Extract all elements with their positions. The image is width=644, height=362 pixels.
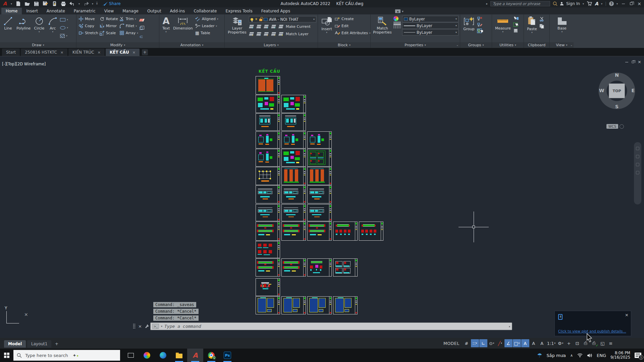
leader-button[interactable]: Leader▾ [195,23,218,29]
drawing-sheet-beams[interactable] [256,222,280,241]
drawing-sheet-table[interactable] [256,296,280,314]
status-toggle-crosshair-toggle[interactable]: + [565,339,573,347]
open-from-mobile-icon[interactable] [51,1,57,6]
viewport-controls[interactable]: [-][Top][2D Wireframe] [2,62,46,66]
drawing-sheet-mixed[interactable] [256,95,280,113]
copy-button[interactable]: Copy [78,23,98,29]
block-create-button[interactable]: Create [335,16,371,22]
drawing-sheet-beams[interactable] [256,258,280,277]
help-caret-icon[interactable]: ▾ [616,2,618,5]
ribbon-tab-annotate[interactable]: Annotate [42,8,69,14]
drawing-sheet-redcluster[interactable] [256,241,280,258]
panel-label-draw[interactable]: Draw▾ [0,42,76,48]
autodesk-caret-icon[interactable]: ▾ [601,2,602,5]
scale-button[interactable]: Scale [100,30,118,36]
ellipse-button[interactable]: ▾ [60,24,68,31]
viewport-minimize-icon[interactable] [625,62,628,62]
navigation-bar[interactable] [634,142,641,204]
taskbar-app-file-explorer[interactable] [171,349,187,362]
line-button[interactable]: Line [2,16,14,42]
help-search-input[interactable]: Type a keyword or phrase [490,1,550,6]
ribbon-tab-manage[interactable]: Manage [118,8,143,14]
ribbon-display-toggle[interactable]: ▲▾ [395,9,404,14]
hidden-icons-chevron[interactable]: ∧ [570,353,573,358]
edit-attributes-button[interactable]: Edit Attributes▾ [335,30,371,36]
drawing-sheet-plan2[interactable] [256,204,280,221]
layer-lock-icon[interactable] [271,25,276,28]
save-icon[interactable] [33,1,39,6]
model-space-button[interactable]: MODEL [443,341,460,346]
status-toggle-annotation-scale-flyout[interactable]: A [538,339,546,347]
drawing-sheet-detail[interactable] [256,149,280,167]
table-button[interactable]: ▦ Table [195,30,218,36]
drawing-sheet-plan2[interactable] [281,204,306,221]
trim-button[interactable]: Trim▾ [119,16,138,22]
restore-button[interactable] [629,1,634,6]
taskbar-app-copilot[interactable] [139,349,155,362]
drawing-sheet-grid4[interactable] [333,258,358,277]
ribbon-tab-add-ins[interactable]: Add-ins [166,8,190,14]
drawing-sheet-detail[interactable] [256,131,280,148]
action-center-icon[interactable]: 1 [635,353,641,358]
ribbon-tab-view[interactable]: View [100,8,118,14]
status-toggle-snap-mode[interactable]: ∷▾ [471,339,479,347]
redo-icon[interactable] [83,1,89,6]
autocad-app-menu-icon[interactable]: A [2,1,8,7]
plot-details-link[interactable]: Click to view plot and publish details..… [558,329,626,333]
base-button[interactable]: Base ▾ [555,16,569,42]
drawing-sheet-mixed[interactable] [281,149,306,167]
drawing-sheet-frame[interactable] [256,167,280,185]
taskbar-search-input[interactable]: Type here to search ✦✦ [13,350,120,361]
drawing-sheet-plan2[interactable] [281,185,306,203]
drawing-sheet-detail[interactable] [281,131,306,148]
signin-caret-icon[interactable]: ▾ [583,2,584,5]
paste-button[interactable]: Paste ▾ [526,16,538,42]
file-tab-k-t-c-u[interactable]: KẾT CẤU× [106,49,140,56]
clock[interactable]: 8:06 PM 9/16/2025 [610,351,630,360]
drawing-sheet-plan2[interactable] [307,185,332,203]
viewport-close-icon[interactable]: × [638,60,641,64]
stretch-button[interactable]: Stretch [78,30,98,36]
group-select-icon[interactable] [477,28,483,33]
new-drawing-tab-button[interactable]: + [142,49,148,55]
drawing-sheet-plan2[interactable] [307,204,332,221]
linetype-combo[interactable]: ByLayer▾ [402,29,459,36]
drawing-sheet-toc[interactable] [256,76,280,95]
panel-label-layers[interactable]: Layers▾ [225,42,318,48]
array-button[interactable]: Array▾ [119,30,138,36]
drawing-sheet-plan[interactable] [256,113,280,131]
file-tab-250816-hstktc[interactable]: 250816 HSTKTC× [21,49,67,56]
insert-button[interactable]: Insert ▾ [320,16,333,42]
app-menu-caret-icon[interactable]: ▾ [11,2,12,5]
taskbar-app-autocad[interactable]: A [187,349,203,362]
drawing-sheet-plan[interactable] [281,113,306,131]
close-tab-icon[interactable]: × [98,50,101,55]
drawing-sheet-bigcol[interactable] [281,167,306,185]
panel-label-view[interactable]: View▾⌄ [550,42,574,48]
layer-off-icon[interactable] [249,25,254,28]
viewcube-south[interactable]: S [615,104,619,109]
status-toggle-grid-display[interactable]: # [463,339,471,347]
text-button[interactable]: A Text ▾ [161,16,171,42]
dimension-button[interactable]: Dimension [172,16,194,42]
ribbon-tab-home[interactable]: Home [1,8,22,14]
match-layer-icon[interactable] [278,32,283,36]
panel-label-annotation[interactable]: Annotation▾ [159,42,224,48]
viewcube-west[interactable]: W [599,88,604,93]
redo-caret-icon[interactable]: ▾ [92,2,93,5]
autodesk-a-icon[interactable]: A [595,1,598,6]
status-toggle-workspace-switching[interactable]: ⚙▾ [556,339,565,347]
panel-label-block[interactable]: Block▾ [318,42,370,48]
recent-commands-caret-icon[interactable]: ▾ [161,325,162,328]
layout-tab-layout1[interactable]: Layout1 [27,340,51,348]
popup-close-icon[interactable]: × [625,312,629,317]
copy-clip-icon[interactable] [539,24,544,28]
rotate-button[interactable]: Rotate [100,16,118,22]
taskbar-app-photoshop[interactable]: Ps [219,349,235,362]
drawing-sheet-bigcol[interactable] [307,167,332,185]
command-bar-right-caret-icon[interactable]: ▴ [509,325,510,328]
status-toggle-annotation-autoscale[interactable]: A [530,339,538,347]
ribbon-tab-insert[interactable]: Insert [22,8,42,14]
group-button[interactable]: Group [462,16,476,42]
drawing-sheet-plan2[interactable] [256,185,280,203]
